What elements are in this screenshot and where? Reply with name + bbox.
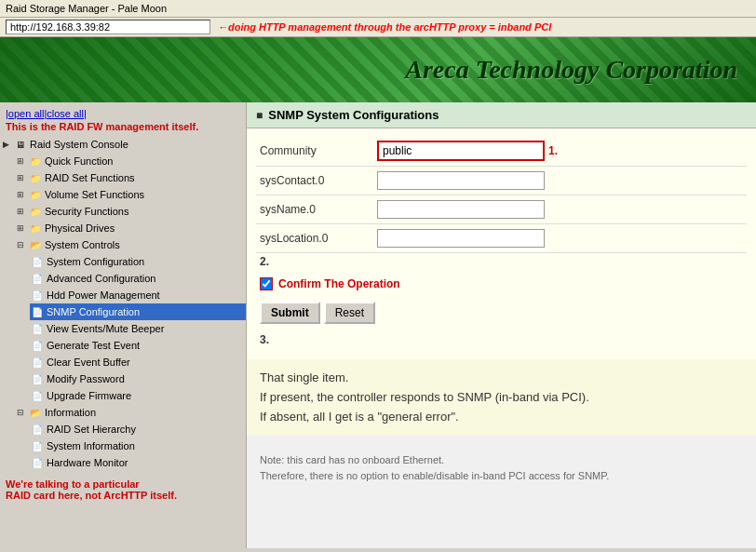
folder-icon-qf: 📁 (28, 154, 43, 168)
sidebar-item-modify-password[interactable]: 📄 Modify Password (30, 370, 246, 387)
sidebar-label-volume-set-functions: Volume Set Functions (45, 189, 144, 200)
sidebar-item-advanced-configuration[interactable]: 📄 Advanced Configuration (30, 270, 246, 287)
submit-button[interactable]: Submit (260, 302, 320, 324)
open-close-all[interactable]: |open all|close all| (6, 108, 240, 119)
panel-title: SNMP System Configurations (268, 108, 439, 122)
sidebar-item-generate-test-event[interactable]: 📄 Generate Test Event (30, 337, 246, 354)
main-area: |open all|close all| This is the RAID FW… (0, 102, 756, 548)
sidebar-item-raid-set-functions[interactable]: ⊞ 📁 RAID Set Functions (15, 169, 246, 186)
confirm-checkbox-border (260, 277, 273, 290)
sidebar-label-system-configuration: System Configuration (47, 256, 144, 267)
sidebar-item-volume-set-functions[interactable]: ⊞ 📁 Volume Set Functions (15, 186, 246, 203)
syslocation-input[interactable] (377, 229, 545, 248)
confirm-label: Confirm The Operation (278, 277, 400, 290)
folder-icon-rsf: 📁 (28, 170, 43, 185)
sidebar-item-physical-drives[interactable]: ⊞ 📁 Physical Drives (15, 220, 246, 236)
form-row-syslocation: sysLocation.0 (256, 224, 747, 253)
syscontact-input[interactable] (377, 171, 545, 190)
sidebar-item-system-information[interactable]: 📄 System Information (30, 438, 246, 454)
description-area: That single item. If present, the contro… (247, 359, 756, 436)
information-children: 📄 RAID Set Hierarchy 📄 System Informatio… (15, 421, 246, 471)
annotation-3-label: 3. (256, 331, 747, 352)
sidebar-item-clear-event-buffer[interactable]: 📄 Clear Event Buffer (30, 354, 246, 370)
field-label-community: Community (256, 144, 377, 157)
doc-icon-upgfw: 📄 (30, 388, 45, 403)
sidebar-item-hardware-monitor[interactable]: 📄 Hardware Monitor (30, 454, 246, 471)
expand-icon-sc: ⊟ (15, 237, 26, 252)
sidebar-label-snmp-configuration: SNMP Configuration (47, 306, 140, 317)
community-input[interactable] (377, 141, 545, 161)
note-line1: Note: this card has no onboard Ethernet. (260, 452, 743, 468)
field-label-syscontact: sysContact.0 (256, 174, 377, 187)
sidebar-item-hdd-power-management[interactable]: 📄 Hdd Power Management (30, 287, 246, 303)
sidebar-label-clear-event-buffer: Clear Event Buffer (47, 357, 130, 368)
sidebar-item-system-configuration[interactable]: 📄 System Configuration (30, 253, 246, 270)
sidebar-label-hardware-monitor: Hardware Monitor (47, 457, 128, 468)
expand-icon-sf: ⊞ (15, 204, 26, 219)
reset-button[interactable]: Reset (324, 302, 375, 324)
expand-icon: ▶ (0, 137, 11, 152)
sidebar-label-physical-drives: Physical Drives (45, 222, 115, 234)
panel-header: ■ SNMP System Configurations (247, 102, 756, 128)
sidebar-item-raid-system-console[interactable]: ▶ 🖥 Raid System Console (0, 136, 246, 153)
header-banner: Areca Technology Corporation (0, 37, 756, 102)
sidebar-label-system-information: System Information (47, 440, 135, 451)
doc-icon-snmp: 📄 (30, 304, 45, 319)
sidebar-item-system-controls[interactable]: ⊟ 📂 System Controls (15, 236, 246, 253)
annotation-2-label: 2. (256, 253, 747, 270)
confirm-checkbox[interactable] (261, 278, 272, 289)
open-all-link[interactable]: |open all (6, 108, 44, 119)
folder-icon-pd: 📁 (28, 221, 43, 236)
browser-title: Raid Storage Manager - Pale Moon (6, 3, 167, 14)
panel-bullet: ■ (256, 109, 263, 122)
desc-line1: That single item. (260, 369, 743, 388)
app-container: Areca Technology Corporation |open all|c… (0, 37, 756, 548)
note-line2: Therefore, there is no option to enable/… (260, 468, 743, 484)
bottom-note-line2: RAID card here, not ArcHTTP itself. (6, 490, 240, 501)
sidebar-label-information: Information (45, 407, 96, 418)
sysname-input[interactable] (377, 200, 545, 219)
sidebar-item-quick-function[interactable]: ⊞ 📁 Quick Function (15, 153, 246, 169)
folder-icon-sc: 📂 (28, 237, 43, 252)
close-all-link[interactable]: |close all| (44, 108, 86, 119)
doc-icon-hwmon: 📄 (30, 455, 45, 470)
sidebar-item-view-events[interactable]: 📄 View Events/Mute Beeper (30, 320, 246, 337)
sidebar-item-upgrade-firmware[interactable]: 📄 Upgrade Firmware (30, 387, 246, 404)
expand-icon-rsf: ⊞ (15, 170, 26, 185)
sidebar-item-security-functions[interactable]: ⊞ 📁 Security Functions (15, 203, 246, 220)
button-row: Submit Reset (256, 298, 747, 331)
sidebar-controls: |open all|close all| This is the RAID FW… (0, 106, 246, 136)
annotation-1: 1. (548, 144, 558, 157)
content-panel: ■ SNMP System Configurations Community 1… (247, 102, 756, 548)
form-area: Community 1. sysContact.0 sysName.0 sysL… (247, 128, 756, 359)
sidebar-label-raid-set-hierarchy: RAID Set Hierarchy (47, 424, 136, 435)
address-input[interactable] (6, 20, 210, 34)
address-annotation: ←doing HTTP management through the arcHT… (218, 21, 551, 33)
sidebar-item-raid-set-hierarchy[interactable]: 📄 RAID Set Hierarchy (30, 421, 246, 438)
doc-icon-advcfg: 📄 (30, 271, 45, 286)
doc-icon-syscfg: 📄 (30, 254, 45, 269)
sidebar-label-advanced-configuration: Advanced Configuration (47, 273, 155, 284)
system-controls-children: 📄 System Configuration 📄 Advanced Config… (15, 253, 246, 404)
sidebar-label-view-events: View Events/Mute Beeper (47, 323, 164, 334)
header-title: Areca Technology Corporation (405, 55, 737, 85)
expand-icon-pd: ⊞ (15, 221, 26, 236)
form-row-community: Community 1. (256, 136, 747, 167)
sidebar-item-snmp-configuration[interactable]: 📄 SNMP Configuration (30, 303, 246, 320)
sidebar-label-upgrade-firmware: Upgrade Firmware (47, 390, 131, 401)
sidebar-label-generate-test-event: Generate Test Event (47, 340, 140, 351)
doc-icon-modpwd: 📄 (30, 371, 45, 386)
expand-icon-info: ⊟ (15, 405, 26, 420)
confirm-row: Confirm The Operation (256, 270, 747, 298)
doc-icon-hddpwr: 📄 (30, 288, 45, 303)
desc-line3: If absent, all I get is a "general error… (260, 408, 743, 427)
sidebar-label-system-controls: System Controls (45, 239, 120, 250)
sidebar-label-hdd-power-management: Hdd Power Management (47, 289, 160, 301)
field-label-syslocation: sysLocation.0 (256, 232, 377, 245)
sidebar-item-information[interactable]: ⊟ 📂 Information (15, 404, 246, 421)
expand-icon-vsf: ⊞ (15, 187, 26, 202)
folder-icon-vsf: 📁 (28, 187, 43, 202)
folder-icon-info: 📂 (28, 405, 43, 420)
sidebar-label-raid-set-functions: RAID Set Functions (45, 172, 135, 183)
doc-icon-viewevt: 📄 (30, 321, 45, 336)
